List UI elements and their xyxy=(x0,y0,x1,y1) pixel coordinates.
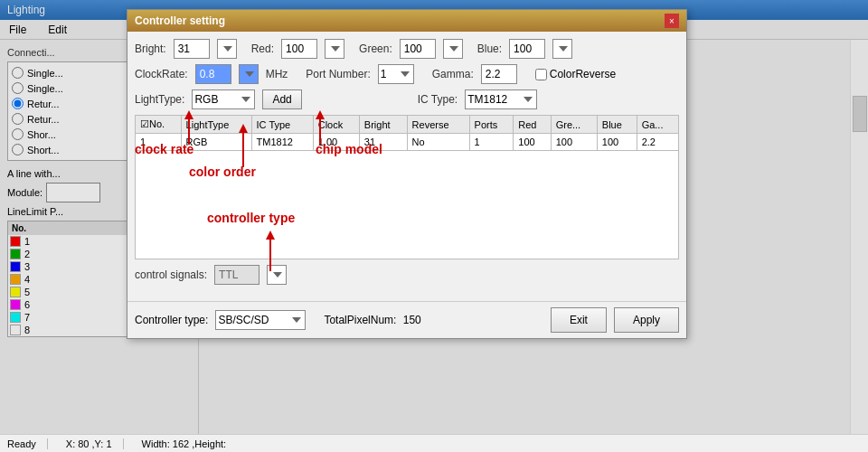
status-dimensions: Width: 162 ,Height: xyxy=(142,438,227,449)
col-red: Red xyxy=(514,116,551,134)
right-scrollbar[interactable] xyxy=(850,40,868,434)
status-ready: Ready xyxy=(7,438,48,449)
apply-button[interactable]: Apply xyxy=(614,307,679,333)
green-input[interactable] xyxy=(400,39,436,59)
dialog-close-button[interactable]: × xyxy=(665,14,679,28)
red-label: Red: xyxy=(251,42,274,55)
empty-table-area xyxy=(135,151,679,259)
blue-label: Blue: xyxy=(477,42,502,55)
clockrate-label: ClockRate: xyxy=(135,68,188,80)
controller-type-select[interactable]: SB/SC/SD xyxy=(215,310,306,330)
col-ictype: IC Type xyxy=(251,116,313,134)
scrollbar-thumb[interactable] xyxy=(853,96,867,132)
total-pixel-label: TotalPixelNum: 150 xyxy=(324,314,420,326)
col-clock: Clock xyxy=(313,116,359,134)
lighttype-row: LightType: RGB Add IC Type: TM1812 xyxy=(135,89,679,109)
bright-label: Bright: xyxy=(135,42,166,55)
lighttype-label: LightType: xyxy=(135,93,184,106)
port-number-select[interactable]: 1 xyxy=(378,64,414,84)
control-signals-input[interactable] xyxy=(214,265,259,285)
cell-red: 100 xyxy=(514,134,551,151)
status-coords: X: 80 ,Y: 1 xyxy=(66,438,124,449)
port-number-label: Port Number: xyxy=(306,68,370,80)
controller-setting-dialog: Controller setting × Bright: ▼ Red: ▼ Gr… xyxy=(127,9,687,339)
color-reverse-label[interactable]: ColorReverse xyxy=(535,68,616,80)
red-select[interactable]: ▼ xyxy=(325,39,344,59)
dialog-overlay: Controller setting × Bright: ▼ Red: ▼ Gr… xyxy=(0,0,868,452)
blue-input[interactable] xyxy=(509,39,545,59)
gamma-input[interactable] xyxy=(481,64,517,84)
cell-no: 1 xyxy=(136,134,182,151)
color-reverse-checkbox[interactable] xyxy=(535,69,547,80)
col-reverse: Reverse xyxy=(407,116,469,134)
table-row: 1 RGB TM1812 1.00 31 No 1 100 100 100 2.… xyxy=(136,134,679,151)
col-gamma: Ga... xyxy=(637,116,678,134)
data-table: ☑No. LightType IC Type Clock Bright Reve… xyxy=(135,115,679,151)
add-button[interactable]: Add xyxy=(262,89,301,109)
dialog-titlebar: Controller setting × xyxy=(127,10,686,32)
green-label: Green: xyxy=(359,42,392,55)
dialog-body: Bright: ▼ Red: ▼ Green: ▼ Blue: ▼ ClockR… xyxy=(127,32,686,297)
control-signals-label: control signals: xyxy=(135,268,207,281)
control-signals-row: control signals: ▼ controller type xyxy=(135,265,679,285)
blue-select[interactable]: ▼ xyxy=(552,39,572,59)
cell-ports: 1 xyxy=(469,134,514,151)
cell-bright: 31 xyxy=(359,134,407,151)
dialog-title: Controller setting xyxy=(135,14,225,27)
col-no: ☑No. xyxy=(136,116,182,134)
col-green: Gre... xyxy=(551,116,597,134)
data-table-container: ☑No. LightType IC Type Clock Bright Reve… xyxy=(135,115,679,151)
cell-reverse: No xyxy=(407,134,469,151)
controller-type-label: Controller type: xyxy=(135,314,208,326)
control-signals-select[interactable]: ▼ xyxy=(267,265,287,285)
lighttype-select[interactable]: RGB xyxy=(192,89,255,109)
red-input[interactable] xyxy=(281,39,317,59)
cell-gamma: 2.2 xyxy=(637,134,678,151)
bright-input[interactable] xyxy=(174,39,210,59)
cell-ictype: TM1812 xyxy=(251,134,313,151)
exit-button[interactable]: Exit xyxy=(551,307,607,333)
dialog-footer: Controller type: SB/SC/SD TotalPixelNum:… xyxy=(127,301,686,338)
cell-clock: 1.00 xyxy=(313,134,359,151)
cell-lighttype: RGB xyxy=(181,134,251,151)
green-select[interactable]: ▼ xyxy=(443,39,463,59)
clockrate-input[interactable] xyxy=(195,64,231,84)
cell-blue: 100 xyxy=(597,134,637,151)
gamma-label: Gamma: xyxy=(432,68,474,80)
ictype-label: IC Type: xyxy=(418,93,458,106)
clockrate-select[interactable]: ▼ xyxy=(239,64,259,84)
ictype-select[interactable]: TM1812 xyxy=(465,89,537,109)
col-ports: Ports xyxy=(469,116,514,134)
cell-green: 100 xyxy=(551,134,597,151)
col-bright: Bright xyxy=(359,116,407,134)
status-bar: Ready X: 80 ,Y: 1 Width: 162 ,Height: xyxy=(0,434,868,452)
clockrate-unit: MHz xyxy=(266,68,288,80)
col-lighttype: LightType xyxy=(181,116,251,134)
bright-select[interactable]: ▼ xyxy=(217,39,237,59)
clock-settings-row: ClockRate: ▼ MHz Port Number: 1 Gamma: C… xyxy=(135,64,679,84)
color-settings-row: Bright: ▼ Red: ▼ Green: ▼ Blue: ▼ xyxy=(135,39,679,59)
col-blue: Blue xyxy=(597,116,637,134)
